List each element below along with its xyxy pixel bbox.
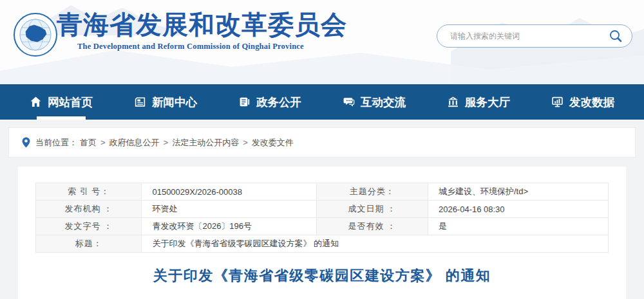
search-icon (609, 29, 623, 43)
site-subtitle: The Development and Reform Commission of… (77, 42, 347, 51)
issuing-agency-value: 环资处 (142, 201, 316, 218)
page: 青海省发展和改革委员会 The Development and Reform C… (0, 0, 644, 299)
nav-item-label: 互动交流 (361, 95, 406, 110)
nav-item-news[interactable]: 新闻中心 (131, 84, 200, 120)
index-number-label: 索 引 号： (36, 183, 142, 201)
document-meta-table: 索 引 号： 01500029X/2026-00038 主题分类： 城乡建设、环… (35, 183, 609, 253)
index-number-value: 01500029X/2026-00038 (142, 183, 316, 201)
table-row: 发文字号 ： 青发改环资〔2026〕196号 是否有效 ： 是 (36, 218, 609, 235)
site-title-block: 青海省发展和改革委员会 The Development and Reform C… (57, 9, 347, 51)
breadcrumb: 当前位置： 首页 > 政府信息公开 > 法定主动公开内容 > 发改委文件 (8, 127, 636, 158)
nav-item-drc-data[interactable]: 发改数据 (549, 84, 617, 120)
nav-item-home[interactable]: 网站首页 (27, 84, 95, 120)
document-number-label: 发文字号 ： (36, 218, 142, 235)
issue-date-label: 成文日期 ： (316, 201, 428, 218)
title-value: 关于印发《青海省省级零碳园区建设方案》 的通知 (142, 235, 609, 253)
qinghai-drc-seal-logo (13, 12, 58, 57)
title-label: 标题： (36, 235, 142, 253)
main-content: 当前位置： 首页 > 政府信息公开 > 法定主动公开内容 > 发改委文件 索 引… (0, 127, 644, 299)
breadcrumb-prefix: 当前位置： (35, 137, 77, 149)
issue-date-value: 2026-04-16 08:30 (428, 201, 608, 218)
breadcrumb-item-home[interactable]: 首页 (80, 137, 97, 149)
validity-value: 是 (428, 218, 608, 235)
document-number-value: 青发改环资〔2026〕196号 (142, 218, 316, 235)
site-header: 青海省发展和改革委员会 The Development and Reform C… (0, 0, 644, 84)
topic-category-label: 主题分类： (316, 183, 428, 201)
breadcrumb-item-drc-documents[interactable]: 发改委文件 (252, 137, 294, 149)
document-icon (238, 96, 251, 108)
nav-item-service-hall[interactable]: 服务大厅 (444, 84, 513, 120)
site-title: 青海省发展和改革委员会 (57, 9, 347, 41)
topic-category-value: 城乡建设、环境保护/td> (428, 183, 608, 201)
search-box (437, 24, 632, 48)
data-monitor-icon (551, 96, 564, 108)
table-row: 发布机构 ： 环资处 成文日期 ： 2026-04-16 08:30 (36, 201, 609, 218)
breadcrumb-separator: > (100, 138, 106, 147)
news-icon (134, 96, 146, 108)
table-row: 标题： 关于印发《青海省省级零碳园区建设方案》 的通知 (36, 235, 609, 253)
nav-item-label: 发改数据 (569, 95, 614, 110)
document-title: 关于印发《青海省省级零碳园区建设方案》 的通知 (35, 266, 609, 285)
service-hall-icon (447, 96, 459, 108)
location-pin-icon (22, 137, 30, 148)
home-icon (30, 96, 42, 108)
nav-item-label: 服务大厅 (465, 95, 510, 110)
document-card: 索 引 号： 01500029X/2026-00038 主题分类： 城乡建设、环… (18, 167, 626, 299)
breadcrumb-separator: > (243, 138, 248, 147)
nav-item-gov-info[interactable]: 政务公开 (236, 84, 304, 120)
nav-item-label: 新闻中心 (152, 95, 197, 110)
breadcrumb-item-gov-info[interactable]: 政府信息公开 (109, 137, 160, 149)
nav-item-label: 网站首页 (48, 95, 93, 110)
nav-item-interaction[interactable]: 互动交流 (340, 84, 408, 120)
table-row: 索 引 号： 01500029X/2026-00038 主题分类： 城乡建设、环… (36, 183, 609, 201)
main-nav: 网站首页 新闻中心 (0, 84, 644, 120)
search-input[interactable] (450, 32, 607, 41)
breadcrumb-separator: > (164, 138, 169, 147)
validity-label: 是否有效 ： (316, 218, 428, 235)
chat-icon (343, 96, 355, 108)
search-button[interactable] (607, 28, 624, 44)
nav-item-label: 政务公开 (256, 95, 301, 110)
issuing-agency-label: 发布机构 ： (36, 201, 142, 218)
breadcrumb-item-statutory-disclosure[interactable]: 法定主动公开内容 (172, 137, 239, 149)
